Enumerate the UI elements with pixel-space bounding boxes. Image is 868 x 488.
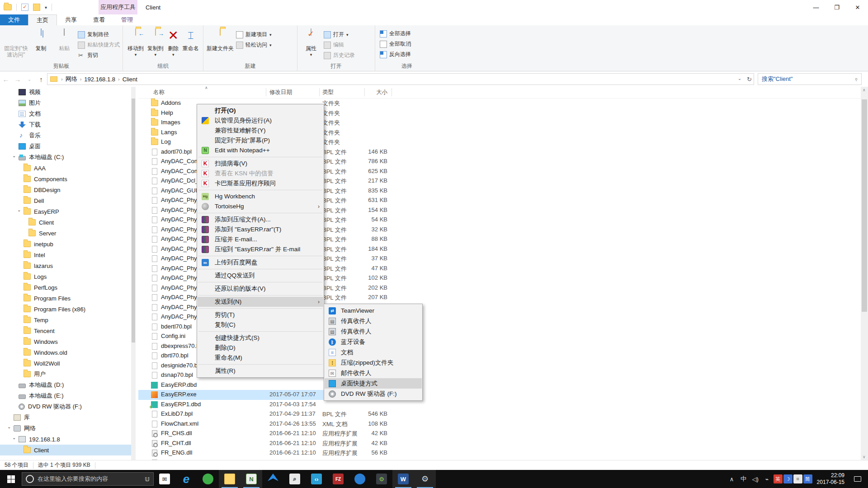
sidebar-item-Windows.old[interactable]: Windows.old [0,347,136,358]
copy-path-button[interactable]: 复制路径 [78,31,120,38]
send-to-item[interactable]: 桌面快捷方式 [325,378,422,389]
action-center-icon[interactable] [849,470,866,488]
taskbar-code-editor-button[interactable]: ‹› [306,470,327,488]
easy-access-button[interactable]: 轻松访问▾ [236,41,272,49]
paste-shortcut-button[interactable]: 粘贴快捷方式 [78,41,120,49]
send-to-item[interactable]: TeamViewer [325,305,422,316]
search-input[interactable]: 搜索"Client" ⌕ [758,73,862,85]
edit-button[interactable]: 编辑 [324,41,355,49]
send-to-item[interactable]: 蓝牙设备 [325,337,422,347]
sidebar-item-DVD RW 驱动器 (F:)[interactable]: DVD RW 驱动器 (F:) [0,401,136,412]
context-menu-item[interactable]: 添加到压缩文件(A)... [198,215,323,225]
send-to-item[interactable]: DVD RW 驱动器 (F:) [325,389,422,399]
file-row[interactable]: EasyERP1.dbd2017-04-03 17:54 [138,400,392,410]
address-bar[interactable]: › 网络 › 192.168.1.8 › Client ⌄ ↻ [47,73,754,85]
file-row[interactable]: FR_CHT.dll2016-06-21 12:10应用程序扩展42 KB [138,439,392,449]
up-icon[interactable]: ↑ [35,75,47,83]
forward-icon[interactable]: → [12,75,24,83]
sidebar-item-本地磁盘 (E:)[interactable]: 本地磁盘 (E:) [0,390,136,401]
tab-manage[interactable]: 管理 [113,14,141,25]
sidebar-item-音乐[interactable]: 音乐 [0,130,136,141]
taskbar-emulator-tool-button[interactable]: ⚙ [371,470,392,488]
file-list-scrollbar[interactable]: ∧ ∨ [861,87,868,460]
sidebar-item-Woll2Woll[interactable]: Woll2Woll [0,358,136,369]
context-menu-item[interactable]: 删除(D) [198,343,323,353]
column-header-type[interactable]: 类型 [322,89,334,96]
ime-mode-icon[interactable]: 中 [738,473,749,485]
taskbar-thunder-button[interactable] [262,470,284,488]
sidebar-item-Components[interactable]: Components [0,174,136,184]
sidebar-item-AAA[interactable]: AAA [0,163,136,174]
file-row[interactable]: ExLibD7.bpl2017-04-29 11:37BPL 文件546 KB [138,409,392,419]
column-header-size[interactable]: 大小 [366,89,387,96]
history-button[interactable]: 历史记录 [324,52,355,59]
sidebar-item-inetpub[interactable]: inetpub [0,239,136,249]
send-to-item[interactable]: 文档 [325,347,422,357]
column-header-date[interactable]: 修改日期 [269,89,292,96]
tab-file[interactable]: 文件 [0,14,28,25]
taskbar-clock[interactable]: 22:09 2017-06-15 [813,472,848,486]
group-label-organize[interactable]: 组织 [123,62,203,70]
taskbar-search-input[interactable]: 在这里输入你要搜索的内容 𝕌 [22,472,154,486]
column-header-name[interactable]: 名称 [153,89,165,96]
context-menu-item[interactable]: Hg Workbench [198,192,323,202]
send-to-item[interactable]: 邮件收件人 [325,368,422,378]
taskbar-browser-button[interactable] [349,470,371,488]
sidebar-item-EasyERP[interactable]: ⌄EasyERP [0,206,136,217]
refresh-icon[interactable]: ↻ [747,76,752,83]
taskbar-word-button[interactable]: W [392,470,414,488]
sidebar-item-本地磁盘 (D:)[interactable]: 本地磁盘 (D:) [0,380,136,390]
new-folder-button[interactable]: 新建文件夹 [206,27,234,52]
context-menu-item[interactable]: 重命名(M) [198,353,323,363]
cut-button[interactable]: 剪切 [78,52,120,59]
breadcrumb-network[interactable]: 网络 [63,75,80,83]
customize-quick-access-chevron-icon[interactable]: ▾ [45,5,47,10]
sidebar-item-桌面[interactable]: 桌面 [0,141,136,152]
sidebar-item-下载[interactable]: 下载 [0,119,136,130]
sidebar-item-Logs[interactable]: Logs [0,271,136,282]
sidebar-item-Program Files (x86)[interactable]: Program Files (x86) [0,304,136,314]
sidebar-item-视频[interactable]: 视频 [0,87,136,98]
network-icon[interactable]: ⌁ [762,473,773,485]
pin-to-quick-access-button[interactable]: 固定到"快速访问" [3,27,29,58]
paste-button[interactable]: 粘贴 [52,27,76,52]
volume-icon[interactable]: ◁) [750,473,761,485]
context-menu-item[interactable]: 卡巴斯基应用程序顾问 [198,178,323,188]
context-menu-item[interactable]: 压缩到 "EasyERP.rar" 并 E-mail [198,244,323,254]
new-folder-quick-icon[interactable] [33,4,40,11]
tab-share[interactable]: 共享 [57,14,85,25]
context-menu-item[interactable]: 发送到(N)› [198,297,323,307]
start-button[interactable] [0,470,22,488]
sidebar-item-lazarus[interactable]: lazarus [0,260,136,271]
context-menu-item[interactable]: 创建快捷方式(S) [198,333,323,343]
delete-button[interactable]: ✕ 删除▾ [165,27,181,58]
properties-quick-icon[interactable] [21,4,28,11]
sidebar-item-DBDesign[interactable]: DBDesign [0,184,136,195]
properties-button[interactable]: 属性▾ [300,27,322,58]
expander-chevron-icon[interactable]: ⌄ [7,424,11,429]
sidebar-item-Intel[interactable]: Intel [0,249,136,260]
minimize-button[interactable]: — [806,0,826,14]
context-menu-item[interactable]: 剪切(T) [198,310,323,320]
copy-to-button[interactable]: → 复制到▾ [146,27,165,58]
context-menu-item[interactable]: 添加到 "EasyERP.rar"(T) [198,225,323,235]
sidebar-item-本地磁盘 (C:)[interactable]: ⌄本地磁盘 (C:) [0,152,136,163]
recent-locations-chevron-icon[interactable]: ⌄ [24,77,35,82]
sidebar-item-192.168.1.8[interactable]: ⌄192.168.1.8 [0,434,136,445]
taskbar-filezilla-button[interactable]: FZ [327,470,349,488]
close-button[interactable]: ✕ [847,0,868,14]
scroll-up-icon[interactable]: ∧ [863,88,866,92]
back-icon[interactable]: ← [0,75,12,83]
ime-simplified-icon[interactable]: 简 [803,474,812,483]
sidebar-item-图片[interactable]: 图片 [0,98,136,108]
send-to-item[interactable]: 压缩(zipped)文件夹 [325,357,422,368]
rename-button[interactable]: ⌶ 重命名 [181,27,200,52]
group-label-open[interactable]: 打开 [297,62,375,70]
ime-english-icon[interactable]: 英 [774,474,783,483]
group-label-select[interactable]: 选择 [375,62,439,70]
context-menu-item[interactable]: 上传到百度网盘 [198,258,323,267]
sidebar-item-Client[interactable]: Client [0,217,136,228]
send-to-item[interactable]: 传真收件人 [325,316,422,326]
ime-keyboard-icon[interactable]: ⌗ [793,474,802,483]
taskbar-edge-browser-button[interactable]: e [175,470,197,488]
